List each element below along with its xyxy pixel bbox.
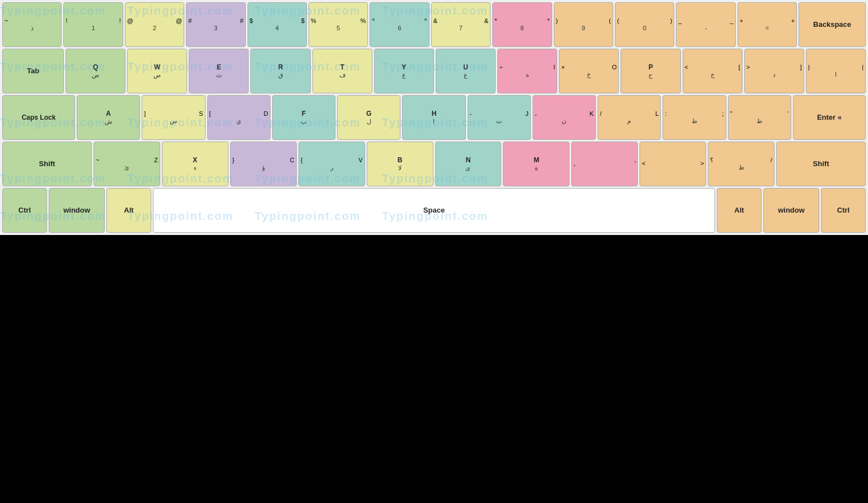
key-w[interactable]: W ص xyxy=(127,49,187,93)
key-slash[interactable]: ؟/ ظ xyxy=(708,142,774,186)
key-alt-left[interactable]: Alt xyxy=(106,188,151,233)
key-i[interactable]: ÷I ه xyxy=(497,49,557,93)
key-d[interactable]: [D ي xyxy=(207,95,270,140)
key-h[interactable]: H ا xyxy=(402,95,465,140)
keyboard-row-numbers: ~ ذ !! 1 @@ 2 ## 3 $$ 4 %% 5 xyxy=(2,2,866,47)
key-4[interactable]: $$ 4 xyxy=(248,2,307,47)
key-z[interactable]: ~Z ئ xyxy=(94,142,160,186)
shift-right-label: Shift xyxy=(813,159,829,168)
key-ctrl-left[interactable]: Ctrl xyxy=(2,188,47,233)
key-t[interactable]: T ف xyxy=(312,49,372,93)
key-6[interactable]: ^^ 6 xyxy=(370,2,429,47)
key-c[interactable]: }C ؤ xyxy=(230,142,297,186)
alt-right-label: Alt xyxy=(734,206,744,215)
key-m[interactable]: M ة xyxy=(503,142,570,186)
key-5[interactable]: %% 5 xyxy=(309,2,368,47)
shift-left-label: Shift xyxy=(39,159,55,168)
key-period[interactable]: <> xyxy=(640,142,706,186)
key-pipe[interactable]: || ا xyxy=(806,49,866,93)
key-j[interactable]: -J ت xyxy=(468,95,531,140)
key-window-left[interactable]: window xyxy=(49,188,105,233)
key-1[interactable]: !! 1 xyxy=(63,2,123,47)
key-u[interactable]: U ع xyxy=(436,49,496,93)
key-k[interactable]: ،K ن xyxy=(533,95,596,140)
window-right-label: window xyxy=(778,206,805,215)
key-s[interactable]: ]S س xyxy=(142,95,205,140)
key-enter[interactable]: Enter « xyxy=(793,95,866,140)
key-r[interactable]: R ق xyxy=(250,49,310,93)
space-label: Space xyxy=(423,206,445,215)
key-p[interactable]: P ح xyxy=(620,49,680,93)
keyboard-area: Typingpoint.com Typingpoint.com Typingpo… xyxy=(0,0,868,235)
key-e[interactable]: E ث xyxy=(189,49,249,93)
svg-point-14 xyxy=(302,288,330,303)
key-7[interactable]: && 7 xyxy=(431,2,491,47)
enter-label: Enter « xyxy=(817,113,842,122)
key-equals[interactable]: ++ = xyxy=(738,2,797,47)
svg-point-15 xyxy=(538,288,566,303)
key-minus[interactable]: __ - xyxy=(676,2,735,47)
key-x[interactable]: X ء xyxy=(162,142,228,186)
key-v[interactable]: {V ر xyxy=(298,142,365,186)
keyboard-row-asdf: Caps Lock A ش ]S س [D ي F ب G ل xyxy=(2,95,866,140)
key-2[interactable]: @@ 2 xyxy=(125,2,184,47)
alt-left-label: Alt xyxy=(124,206,133,215)
key-l[interactable]: /L م xyxy=(598,95,661,140)
key-8[interactable]: ** 8 xyxy=(492,2,552,47)
key-g[interactable]: G ل xyxy=(337,95,400,140)
hands-svg xyxy=(0,235,868,503)
key-0[interactable]: () 0 xyxy=(615,2,674,47)
caps-lock-label: Caps Lock xyxy=(22,114,56,121)
keyboard-row-bottom: Ctrl window Alt Space Alt window Ctrl xyxy=(2,188,866,233)
key-n[interactable]: N ى xyxy=(435,142,502,186)
key-shift-left[interactable]: Shift xyxy=(2,142,92,186)
svg-line-6 xyxy=(594,235,599,305)
key-3[interactable]: ## 3 xyxy=(186,2,245,47)
key-9[interactable]: )( 9 xyxy=(554,2,613,47)
key-caps-lock[interactable]: Caps Lock xyxy=(2,95,75,140)
right-hand xyxy=(538,273,787,503)
tab-label: Tab xyxy=(27,67,39,76)
keyboard-row-zxcv: Shift ~Z ئ X ء }C ؤ {V ر B لا xyxy=(2,142,866,186)
backspace-label: Backspace xyxy=(813,20,851,29)
key-tab[interactable]: Tab xyxy=(2,49,64,93)
key-quote[interactable]: "' ظ xyxy=(728,95,791,140)
key-f[interactable]: F ب xyxy=(272,95,335,140)
key-q[interactable]: Q ض xyxy=(66,49,125,93)
key-comma[interactable]: ,' xyxy=(571,142,638,186)
key-ctrl-right[interactable]: Ctrl xyxy=(821,188,866,233)
key-y[interactable]: Y غ xyxy=(374,49,434,93)
hands-area xyxy=(0,235,868,503)
keyboard: ~ ذ !! 1 @@ 2 ## 3 $$ 4 %% 5 xyxy=(0,0,868,235)
key-o[interactable]: ×O خ xyxy=(559,49,619,93)
window-left-label: window xyxy=(63,206,90,215)
key-bracket-l[interactable]: <[ ج xyxy=(683,49,743,93)
key-tilde[interactable]: ~ ذ xyxy=(2,2,62,47)
key-bracket-r[interactable]: >] د xyxy=(744,49,804,93)
ctrl-left-label: Ctrl xyxy=(18,206,31,215)
svg-line-3 xyxy=(269,235,274,305)
left-hand xyxy=(81,273,330,503)
key-shift-right[interactable]: Shift xyxy=(776,142,866,186)
key-b[interactable]: B لا xyxy=(367,142,433,186)
key-window-right[interactable]: window xyxy=(763,188,819,233)
key-space[interactable]: Space xyxy=(153,188,715,233)
key-backspace[interactable]: Backspace xyxy=(799,2,866,47)
key-alt-right[interactable]: Alt xyxy=(717,188,762,233)
key-semicolon[interactable]: :; ط xyxy=(662,95,726,140)
keyboard-row-qwerty: Tab Q ض W ص E ث R ق T ف Y xyxy=(2,49,866,93)
key-a[interactable]: A ش xyxy=(77,95,140,140)
ctrl-right-label: Ctrl xyxy=(837,206,850,215)
